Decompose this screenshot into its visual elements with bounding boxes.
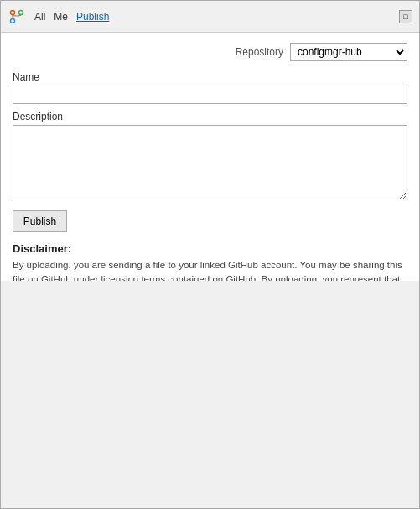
main-content: Repository configmgr-hub Name Descriptio… xyxy=(1,33,419,281)
disclaimer-title: Disclaimer: xyxy=(13,242,407,255)
bottom-area xyxy=(1,281,419,509)
svg-point-2 xyxy=(11,18,15,23)
description-field-group: Description xyxy=(13,111,407,200)
repo-row: Repository configmgr-hub xyxy=(13,43,407,61)
main-window: All Me Publish □ Repository configmgr-hu… xyxy=(0,0,420,509)
repo-label: Repository xyxy=(236,46,283,58)
nav-publish[interactable]: Publish xyxy=(76,11,109,23)
repo-select[interactable]: configmgr-hub xyxy=(290,43,407,61)
nav-all[interactable]: All xyxy=(34,11,45,23)
svg-point-0 xyxy=(11,10,15,14)
svg-point-1 xyxy=(19,10,23,14)
nav-links: All Me Publish xyxy=(34,11,109,23)
nav-me[interactable]: Me xyxy=(54,11,68,23)
name-input[interactable] xyxy=(13,86,407,104)
publish-button[interactable]: Publish xyxy=(13,210,67,232)
disclaimer-section: Disclaimer: By uploading, you are sendin… xyxy=(13,242,407,281)
name-label: Name xyxy=(13,71,407,83)
nav-bar: All Me Publish □ xyxy=(1,1,419,33)
git-icon xyxy=(8,8,26,26)
disclaimer-text: By uploading, you are sending a file to … xyxy=(13,258,407,281)
window-maximize-button[interactable]: □ xyxy=(399,10,412,23)
description-label: Description xyxy=(13,111,407,122)
name-field-group: Name xyxy=(13,71,407,104)
description-textarea[interactable] xyxy=(13,125,407,200)
